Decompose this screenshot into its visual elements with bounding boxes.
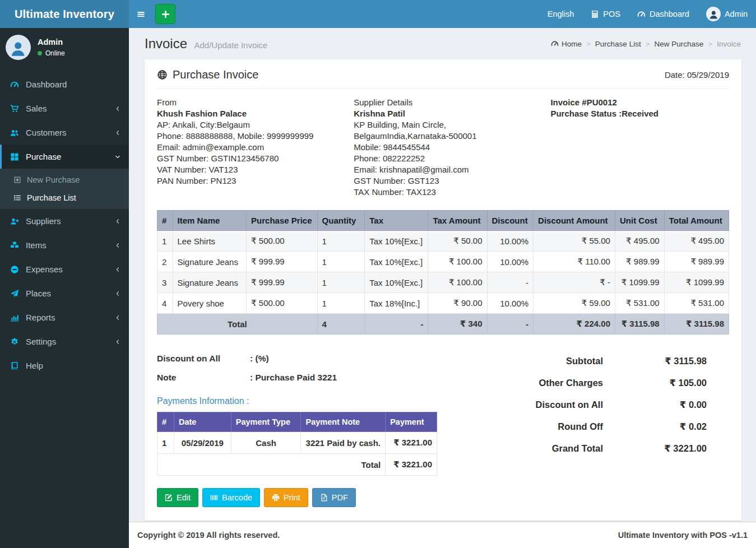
sidebar-item-purchase[interactable]: Purchase <box>0 145 129 169</box>
print-button[interactable]: Print <box>264 488 308 507</box>
from-gst: GST Number: GSTIN123456780 <box>157 153 340 164</box>
sidebar-item-purchase-list[interactable]: Purchase List <box>0 189 129 207</box>
table-cell: 1 <box>157 231 173 252</box>
invoice-card: Purchase Invoice Date: 05/29/2019 From K… <box>145 59 741 521</box>
column-header: Date <box>174 412 231 432</box>
pdf-button[interactable]: PDF <box>312 488 356 507</box>
column-header: Payment Note <box>301 412 386 432</box>
sidebar-item-places[interactable]: Places <box>0 281 129 305</box>
person-icon <box>9 40 27 58</box>
chevron-down-icon <box>115 154 120 160</box>
breadcrumb: Home > Purchase List > New Purchase > In… <box>551 40 741 48</box>
gauge-icon <box>551 40 559 48</box>
minus-circle-icon <box>10 265 19 274</box>
brand-logo[interactable]: Ultimate Inventory <box>0 0 129 28</box>
supplier-email: Email: krishnapatil@gmail.com <box>354 164 536 175</box>
table-cell: ₹ 90.00 <box>428 293 487 314</box>
sidebar-toggle-button[interactable] <box>129 0 153 28</box>
sidebar-item-suppliers[interactable]: Suppliers <box>0 209 129 233</box>
total-tax: - <box>365 314 428 335</box>
supplier-section: Supplier Details Krishna Patil KP Buildi… <box>354 97 550 198</box>
avatar <box>6 35 31 60</box>
breadcrumb-current: Invoice <box>717 40 741 48</box>
invoice-parties: From Khush Fashion Palace AP: Ankali, Ci… <box>157 97 729 198</box>
breadcrumb-purchase-list[interactable]: Purchase List <box>595 40 641 48</box>
language-menu[interactable]: English <box>539 0 583 28</box>
column-header: Tax <box>365 211 428 231</box>
sidebar-item-customers[interactable]: Customers <box>0 120 129 145</box>
chevron-left-icon <box>115 339 120 345</box>
purchase-status: Purchase Status :Received <box>550 108 729 119</box>
hamburger-icon <box>137 10 145 18</box>
breadcrumb-new-purchase[interactable]: New Purchase <box>655 40 704 48</box>
sidebar-item-new-purchase[interactable]: New Purchase <box>0 171 129 189</box>
gear-icon <box>10 337 19 346</box>
table-cell: ₹ 495.00 <box>615 231 664 252</box>
user-name-label: Admin <box>725 10 748 18</box>
chevron-left-icon <box>115 267 120 272</box>
user-menu[interactable]: Admin <box>698 0 756 28</box>
table-cell: Povery shoe <box>173 293 247 314</box>
sidebar-item-expenses[interactable]: Expenses <box>0 257 129 281</box>
column-header: Quantity <box>317 211 365 231</box>
table-cell: 3221 Paid by cash. <box>301 432 386 454</box>
column-header: Tax Amount <box>428 211 487 231</box>
sidebar-item-dashboard[interactable]: Dashboard <box>0 72 129 96</box>
column-header: Payment <box>386 412 437 432</box>
table-cell: 3 <box>157 272 173 293</box>
pos-link[interactable]: POS <box>582 0 629 28</box>
content-header: Invoice Add/Update Invoice Home > Purcha… <box>129 28 756 54</box>
chevron-left-icon <box>115 130 120 136</box>
discount-on-all-value: : (%) <box>250 354 269 364</box>
summary-other-charges: Other Charges ₹ 105.00 <box>483 372 707 394</box>
person-icon <box>708 10 719 20</box>
sidebar-item-settings[interactable]: Settings <box>0 329 129 354</box>
table-cell: 10.00% <box>487 231 534 252</box>
total-amount: ₹ 3115.98 <box>664 314 729 335</box>
table-row: 2 Signature Jeans ₹ 999.99 1 Tax 10%[Exc… <box>157 252 729 272</box>
total-discount-amount: ₹ 224.00 <box>534 314 615 335</box>
column-header: # <box>157 412 174 432</box>
supplier-name: Krishna Patil <box>354 108 536 119</box>
table-cell: 4 <box>157 293 173 314</box>
totals-summary: Subtotal ₹ 3115.98 Other Charges ₹ 105.0… <box>483 349 729 507</box>
table-cell: ₹ 999.99 <box>247 252 317 272</box>
quick-add-button[interactable] <box>155 4 175 24</box>
invoice-number: Invoice #PU0012 <box>550 97 729 108</box>
invoice-date: Date: 05/29/2019 <box>665 70 729 80</box>
breadcrumb-home[interactable]: Home <box>551 40 582 48</box>
table-cell: Tax 10%[Exc.] <box>365 252 428 272</box>
sidebar-item-reports[interactable]: Reports <box>0 305 129 329</box>
column-header: # <box>157 211 173 231</box>
sidebar-item-sales[interactable]: Sales <box>0 96 129 120</box>
column-header: Total Amount <box>664 211 729 231</box>
brand-title: Ultimate Inventory <box>15 8 114 21</box>
dashboard-link[interactable]: Dashboard <box>629 0 698 28</box>
supplier-gst: GST Number: GST123 <box>354 175 536 187</box>
table-cell: ₹ 999.99 <box>247 272 317 293</box>
table-cell: ₹ - <box>534 272 615 293</box>
column-header: Discount <box>487 211 534 231</box>
supplier-tax: TAX Number: TAX123 <box>354 187 536 198</box>
sidebar-item-help[interactable]: Help <box>0 354 129 378</box>
edit-button[interactable]: Edit <box>157 488 198 507</box>
table-row: 1 05/29/2019 Cash 3221 Paid by cash. ₹ 3… <box>157 432 437 454</box>
pencil-square-icon <box>165 494 173 501</box>
app-window: Ultimate Inventory English POS Dashboard <box>0 0 756 548</box>
sidebar-item-items[interactable]: Items <box>0 233 129 257</box>
summary-round-off: Round Off ₹ 0.02 <box>483 416 707 438</box>
calculator-icon <box>591 10 599 18</box>
breadcrumb-separator: > <box>586 40 591 48</box>
total-tax-amount: ₹ 340 <box>428 314 487 335</box>
payments-total-row: Total ₹ 3221.00 <box>157 454 437 476</box>
table-cell: 10.00% <box>487 293 534 314</box>
file-pdf-icon <box>320 494 328 501</box>
plus-square-icon <box>13 176 21 184</box>
barcode-icon <box>210 494 218 501</box>
table-cell: ₹ 1099.99 <box>615 272 664 293</box>
chevron-left-icon <box>115 106 120 112</box>
payments-table: # Date Payment Type Payment Note Payment… <box>157 412 437 476</box>
items-table-total-row: Total 4 - ₹ 340 - ₹ 224.00 ₹ 3115.98 ₹ 3… <box>157 314 729 335</box>
barcode-button[interactable]: Barcode <box>202 488 260 507</box>
copyright-text: Copyright © 2019 All rights reserved. <box>137 531 280 540</box>
